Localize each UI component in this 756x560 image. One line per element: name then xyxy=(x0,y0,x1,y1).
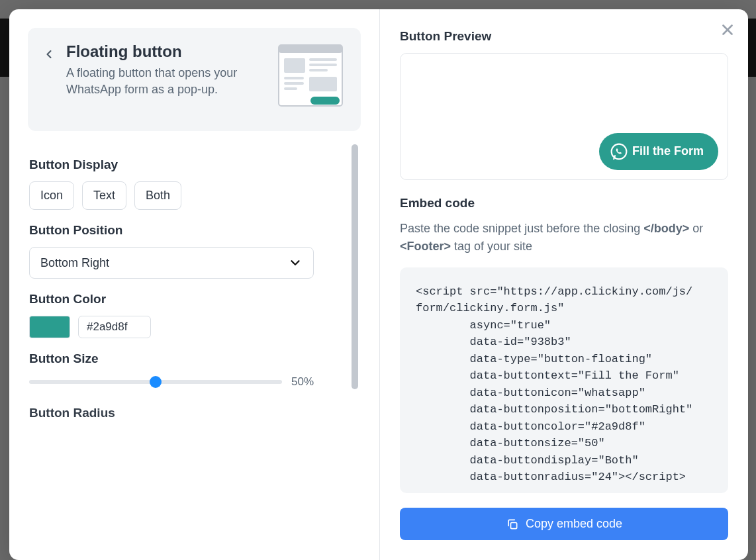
button-position-label: Button Position xyxy=(29,223,342,238)
settings-scroll-area: Button Display Icon Text Both Button Pos… xyxy=(28,144,361,537)
back-button[interactable] xyxy=(42,48,56,64)
preview-title: Button Preview xyxy=(400,29,728,44)
webpage-icon xyxy=(275,42,346,114)
svg-rect-8 xyxy=(284,87,297,90)
svg-rect-1 xyxy=(279,45,342,53)
copy-embed-button[interactable]: Copy embed code xyxy=(400,508,728,540)
button-position-value: Bottom Right xyxy=(40,256,109,270)
close-icon xyxy=(719,21,736,38)
settings-pane: Floating button A floating button that o… xyxy=(9,9,380,560)
chevron-left-icon xyxy=(42,48,56,61)
header-illustration xyxy=(275,42,346,117)
header-card: Floating button A floating button that o… xyxy=(28,28,361,131)
button-size-slider[interactable]: 50% xyxy=(29,375,314,389)
svg-rect-12 xyxy=(510,522,516,528)
header-text: Floating button A floating button that o… xyxy=(66,42,264,98)
floating-button-modal: Floating button A floating button that o… xyxy=(9,9,748,560)
chevron-down-icon xyxy=(288,256,303,270)
button-position-select[interactable]: Bottom Right xyxy=(29,247,314,279)
svg-rect-3 xyxy=(309,58,337,61)
svg-rect-5 xyxy=(309,69,328,71)
modal-backdrop: Floating button A floating button that o… xyxy=(0,0,756,560)
copy-icon xyxy=(506,518,519,531)
close-button[interactable] xyxy=(719,21,736,41)
svg-rect-6 xyxy=(284,77,304,79)
svg-rect-9 xyxy=(309,77,337,91)
header-subtitle: A floating button that opens your WhatsA… xyxy=(66,65,264,98)
button-radius-label: Button Radius xyxy=(29,406,342,420)
button-display-options: Icon Text Both xyxy=(29,181,342,210)
copy-embed-label: Copy embed code xyxy=(526,517,622,531)
svg-point-11 xyxy=(612,144,627,159)
svg-rect-10 xyxy=(310,97,340,105)
button-color-label: Button Color xyxy=(29,292,342,306)
preview-button-label: Fill the Form xyxy=(632,144,704,158)
color-swatch[interactable] xyxy=(29,316,70,338)
header-title: Floating button xyxy=(66,42,264,61)
svg-rect-2 xyxy=(284,58,305,73)
slider-track[interactable] xyxy=(29,380,282,384)
embed-title: Embed code xyxy=(400,196,728,210)
button-size-value: 50% xyxy=(291,375,314,389)
whatsapp-icon xyxy=(610,142,628,161)
svg-rect-4 xyxy=(309,64,337,66)
scrollbar-thumb[interactable] xyxy=(352,144,358,389)
preview-floating-button[interactable]: Fill the Form xyxy=(599,133,718,170)
display-option-both[interactable]: Both xyxy=(134,181,181,210)
color-hex-input[interactable] xyxy=(78,316,151,338)
slider-thumb[interactable] xyxy=(150,376,162,388)
display-option-icon[interactable]: Icon xyxy=(29,181,74,210)
embed-hint: Paste the code snippet just before the c… xyxy=(400,220,728,256)
button-display-label: Button Display xyxy=(29,158,342,172)
button-preview-canvas: Fill the Form xyxy=(400,53,728,180)
svg-rect-7 xyxy=(284,82,304,85)
button-size-label: Button Size xyxy=(29,351,342,366)
preview-pane: Button Preview Fill the Form Embed code … xyxy=(380,9,748,560)
display-option-text[interactable]: Text xyxy=(82,181,126,210)
embed-code-box[interactable]: <script src="https://app.clickiny.com/js… xyxy=(400,267,728,493)
